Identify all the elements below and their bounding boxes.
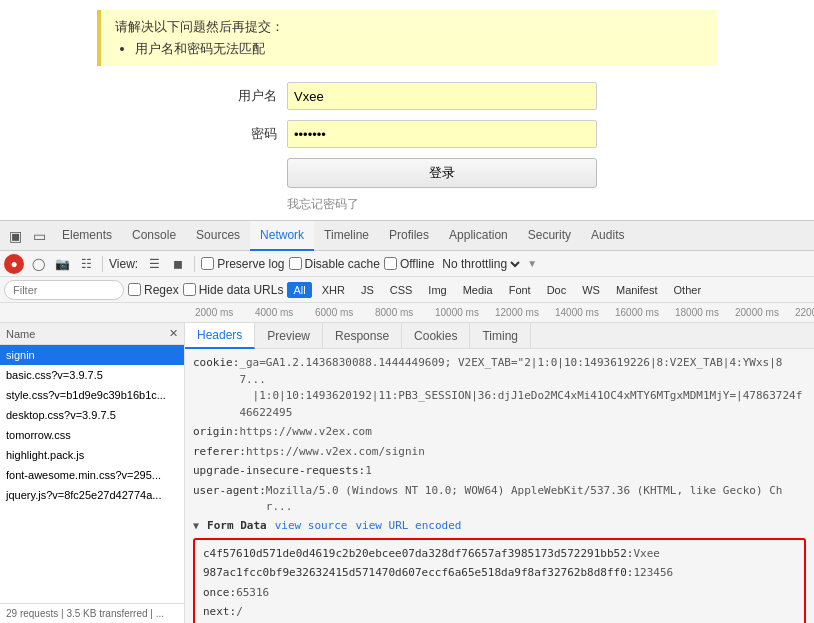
filter-ws-button[interactable]: WS [576,282,606,298]
hide-data-urls-checkbox[interactable] [183,283,196,296]
file-list-footer: 29 requests | 3.5 KB transferred | ... [0,603,184,623]
forgot-link[interactable]: 我忘记密码了 [287,196,597,213]
filter-manifest-button[interactable]: Manifest [610,282,664,298]
tab-network[interactable]: Network [250,221,314,251]
header-cookie-row: cookie _ga=GA1.2.1436830088.1444449609; … [193,355,806,421]
form-section-label: Form Data [207,519,267,532]
filter-doc-button[interactable]: Doc [541,282,573,298]
header-referer-key: referer [193,444,246,461]
devtools-main: Name ✕ signin basic.css?v=3.9.7.5 style.… [0,323,814,623]
file-item-highlight-js[interactable]: highlight.pack.js [0,445,184,465]
detail-tab-headers[interactable]: Headers [185,323,255,349]
tab-timeline[interactable]: Timeline [314,221,379,251]
regex-label[interactable]: Regex [128,283,179,297]
file-item-desktop-css[interactable]: desktop.css?v=3.9.7.5 [0,405,184,425]
detail-tab-preview[interactable]: Preview [255,323,323,349]
file-item-style-css[interactable]: style.css?v=b1d9e9c39b16b1c... [0,385,184,405]
filter-media-button[interactable]: Media [457,282,499,298]
form-key-1: 987ac1fcc0bf9e32632415d571470d607eccf6a6… [203,565,633,582]
grid-view-icon[interactable]: ◼ [168,254,188,274]
offline-label[interactable]: Offline [384,257,434,271]
form-key-0: c4f57610d571de0d4619c2b20ebcee07da328df7… [203,546,633,563]
file-item-tomorrow-css[interactable]: tomorrow.css [0,425,184,445]
warning-title: 请解决以下问题然后再提交： [115,18,703,36]
preserve-log-label[interactable]: Preserve log [201,257,284,271]
network-toolbar: ● ◯ 📷 ☷ View: ☰ ◼ Preserve log Disable c… [0,251,814,277]
hide-data-urls-label[interactable]: Hide data URLs [183,283,284,297]
password-input[interactable] [287,120,597,148]
file-list-header: Name ✕ [0,323,184,345]
close-icon[interactable]: ✕ [169,327,178,340]
tab-application[interactable]: Application [439,221,518,251]
header-useragent-key: user-agent [193,483,266,516]
form-val-1: 123456 [633,565,673,582]
header-upgrade-val: 1 [365,463,372,480]
preserve-log-checkbox[interactable] [201,257,214,270]
inspect-element-icon[interactable]: ▣ [4,225,26,247]
detail-content: cookie _ga=GA1.2.1436830088.1444449609; … [185,349,814,623]
view-source-link[interactable]: view source [275,519,348,532]
file-item-jquery[interactable]: jquery.js?v=8fc25e27d42774a... [0,485,184,505]
filter-other-button[interactable]: Other [668,282,708,298]
offline-checkbox[interactable] [384,257,397,270]
filter-input[interactable] [4,280,124,300]
header-useragent-row: user-agent Mozilla/5.0 (Windows NT 10.0;… [193,483,806,516]
password-row: 密码 [217,120,597,148]
detail-tab-timing[interactable]: Timing [470,323,531,349]
view-url-encoded-link[interactable]: view URL encoded [356,519,462,532]
camera-button[interactable]: 📷 [52,254,72,274]
tab-console[interactable]: Console [122,221,186,251]
filter-font-button[interactable]: Font [503,282,537,298]
view-label: View: [109,257,138,271]
list-view-icon[interactable]: ☰ [144,254,164,274]
header-origin-row: origin https://www.v2ex.com [193,424,806,441]
filter-all-button[interactable]: All [287,282,311,298]
login-button[interactable]: 登录 [287,158,597,188]
file-item-signin[interactable]: signin [0,345,184,365]
tab-audits[interactable]: Audits [581,221,634,251]
filter-js-button[interactable]: JS [355,282,380,298]
tab-security[interactable]: Security [518,221,581,251]
form-val-2: 65316 [236,585,269,602]
throttling-dropdown[interactable]: No throttling [438,256,523,272]
filter-css-button[interactable]: CSS [384,282,419,298]
tick-20000: 20000 ms [735,307,779,318]
record-button[interactable]: ● [4,254,24,274]
detail-tab-response[interactable]: Response [323,323,402,349]
file-item-basic-css[interactable]: basic.css?v=3.9.7.5 [0,365,184,385]
disable-cache-label[interactable]: Disable cache [289,257,380,271]
filter-button[interactable]: ☷ [76,254,96,274]
separator-1 [102,256,103,272]
form-data-box: c4f57610d571de0d4619c2b20ebcee07da328df7… [193,538,806,624]
username-label: 用户名 [217,87,277,105]
form-field-1: 987ac1fcc0bf9e32632415d571470d607eccf6a6… [203,565,796,582]
disable-cache-checkbox[interactable] [289,257,302,270]
filter-bar: Regex Hide data URLs All XHR JS CSS Img … [0,277,814,303]
detail-tab-cookies[interactable]: Cookies [402,323,470,349]
clear-button[interactable]: ◯ [28,254,48,274]
device-toolbar-icon[interactable]: ▭ [28,225,50,247]
regex-checkbox[interactable] [128,283,141,296]
devtools-tab-bar: ▣ ▭ Elements Console Sources Network Tim… [0,221,814,251]
tick-4000: 4000 ms [255,307,293,318]
header-upgrade-key: upgrade-insecure-requests [193,463,365,480]
name-header: Name [6,328,35,340]
form-field-0: c4f57610d571de0d4619c2b20ebcee07da328df7… [203,546,796,563]
tab-sources[interactable]: Sources [186,221,250,251]
header-useragent-val: Mozilla/5.0 (Windows NT 10.0; WOW64) App… [266,483,806,516]
form-data-header: ▼ Form Data view source view URL encoded [193,519,806,532]
form-val-0: Vxee [633,546,660,563]
tab-elements[interactable]: Elements [52,221,122,251]
filter-img-button[interactable]: Img [422,282,452,298]
filter-xhr-button[interactable]: XHR [316,282,351,298]
tick-22000: 22000 [795,307,814,318]
file-item-font-awesome[interactable]: font-awesome.min.css?v=295... [0,465,184,485]
tick-6000: 6000 ms [315,307,353,318]
form-key-2: once [203,585,236,602]
header-origin-key: origin [193,424,239,441]
tab-profiles[interactable]: Profiles [379,221,439,251]
username-input[interactable] [287,82,597,110]
form-data-section: ▼ Form Data view source view URL encoded… [193,519,806,624]
tick-8000: 8000 ms [375,307,413,318]
page-area: 请解决以下问题然后再提交： 用户名和密码无法匹配 用户名 密码 登录 我忘记密码… [0,0,814,220]
